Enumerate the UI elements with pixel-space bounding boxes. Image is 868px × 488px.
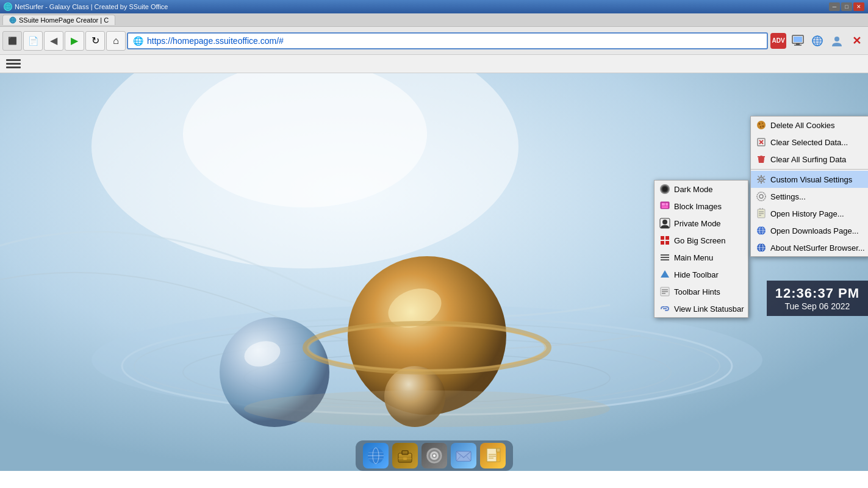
private-mode-item[interactable]: Private Mode [655, 215, 748, 232]
refresh-button[interactable]: ↻ [85, 31, 105, 51]
main-menu-icon [659, 252, 670, 263]
view-link-statusbar-item[interactable]: View Link Statusbar [655, 300, 748, 317]
title-bar-left: NetSurfer - Galaxy Class | Created by SS… [4, 2, 168, 11]
back-button[interactable]: ◀ [44, 31, 63, 51]
dock-item-case[interactable] [392, 443, 418, 468]
block-images-item[interactable]: Block Images [655, 198, 748, 215]
svg-rect-37 [662, 203, 665, 206]
dark-mode-label: Dark Mode [674, 185, 713, 194]
dock-item-doc[interactable] [480, 443, 506, 468]
custom-visual-settings-label: Custom Visual Settings [770, 175, 852, 184]
block-images-label: Block Images [674, 202, 722, 211]
globe-button[interactable] [808, 32, 827, 50]
dock-mail-icon [454, 447, 473, 465]
title-bar-controls: ─ □ ✕ [829, 2, 864, 11]
private-mode-label: Private Mode [674, 219, 721, 228]
custom-visual-settings-icon [756, 174, 767, 185]
taskbar-inner [356, 440, 513, 471]
view-link-statusbar-icon [659, 303, 670, 314]
svg-rect-46 [661, 254, 669, 256]
main-menu-item[interactable]: Main Menu [655, 249, 748, 266]
svg-rect-116 [497, 448, 500, 452]
page-button[interactable]: 📄 [23, 31, 43, 51]
dock-item-globe[interactable] [363, 443, 389, 468]
hamburger-line-3 [6, 66, 21, 68]
adv-icon[interactable]: ADV [770, 33, 786, 49]
toolbar-hints-item[interactable]: Toolbar Hints [655, 283, 748, 300]
dock-item-disc[interactable] [421, 443, 447, 468]
hide-toolbar-item[interactable]: Hide Toolbar [655, 266, 748, 283]
go-big-screen-item[interactable]: Go Big Screen [655, 232, 748, 249]
hamburger-line-1 [6, 59, 21, 61]
svg-line-70 [758, 176, 759, 178]
settings-label: Settings... [770, 192, 806, 201]
private-mode-icon [659, 218, 670, 229]
dock-item-mail[interactable] [451, 443, 476, 468]
hamburger-line-2 [6, 63, 21, 65]
svg-rect-114 [487, 448, 497, 462]
browser-tab[interactable]: SSuite HomePage Creator | C [2, 15, 115, 25]
clear-all-surfing-data-item[interactable]: Clear All Surfing Data [751, 151, 868, 168]
clock-date: Tue Sep 06 2022 [775, 301, 859, 311]
hamburger-menu-button[interactable] [5, 57, 22, 71]
svg-line-71 [764, 182, 765, 183]
svg-rect-47 [661, 257, 669, 258]
address-bar: 🌐 https://homepage.ssuiteoffice.com/# [127, 32, 768, 49]
delete-cookies-item[interactable]: Delete All Cookies [751, 117, 868, 134]
settings-icon [756, 191, 767, 202]
svg-point-32 [244, 390, 610, 427]
svg-point-56 [759, 123, 761, 125]
svg-point-15 [812, 36, 822, 46]
open-downloads-item[interactable]: Open Downloads Page... [751, 222, 868, 239]
stop-button[interactable]: ⬛ [2, 31, 22, 51]
svg-rect-38 [665, 203, 668, 206]
svg-point-16 [834, 37, 839, 41]
svg-marker-49 [661, 270, 669, 278]
settings-item[interactable]: Settings... [751, 188, 868, 205]
svg-point-107 [433, 454, 436, 457]
home-button[interactable]: ⌂ [106, 31, 126, 51]
main-menu-label: Main Menu [674, 253, 713, 262]
browser-content: Dark Mode Block Images Priv [0, 73, 868, 471]
globe-icon [811, 34, 824, 48]
open-history-label: Open History Page... [770, 209, 844, 218]
clock-time: 12:36:37 PM [775, 285, 859, 301]
about-netsurfer-icon [756, 242, 767, 253]
dock-case-icon [396, 447, 414, 465]
svg-rect-39 [662, 206, 668, 208]
monitor-icon [791, 34, 805, 48]
svg-rect-113 [456, 451, 471, 461]
close-tab-button[interactable]: ✕ [847, 32, 866, 50]
svg-rect-102 [403, 458, 407, 460]
menu-bar [0, 55, 868, 73]
about-netsurfer-item[interactable]: About NetSurfer Browser... [751, 239, 868, 256]
open-history-item[interactable]: Open History Page... [751, 205, 868, 222]
taskbar [0, 440, 868, 471]
about-netsurfer-label: About NetSurfer Browser... [770, 243, 865, 253]
clear-selected-data-item[interactable]: Clear Selected Data... [751, 134, 868, 151]
dock-disc-icon [425, 447, 443, 465]
maximize-button[interactable]: □ [841, 2, 852, 11]
toolbar-hints-label: Toolbar Hints [674, 287, 720, 296]
right-context-menu: Delete All Cookies Clear Selected Data..… [750, 116, 868, 257]
clear-selected-data-label: Clear Selected Data... [770, 138, 848, 147]
svg-point-69 [761, 179, 762, 181]
view-link-statusbar-label: View Link Statusbar [674, 304, 744, 314]
custom-visual-settings-item[interactable]: Custom Visual Settings [751, 171, 868, 188]
left-context-menu: Dark Mode Block Images Priv [654, 180, 748, 318]
monitor-button[interactable] [789, 32, 807, 50]
svg-rect-45 [665, 241, 669, 245]
svg-rect-9 [794, 37, 802, 42]
close-tab-icon: ✕ [852, 34, 861, 48]
adv-button[interactable]: ADV [769, 32, 787, 50]
open-downloads-label: Open Downloads Page... [770, 226, 859, 235]
dark-mode-item[interactable]: Dark Mode [655, 181, 748, 198]
svg-point-57 [762, 123, 763, 124]
forward-button[interactable]: ▶ [65, 31, 84, 51]
close-window-button[interactable]: ✕ [853, 2, 864, 11]
minimize-button[interactable]: ─ [829, 2, 840, 11]
svg-rect-44 [661, 241, 664, 245]
user-button[interactable] [828, 32, 846, 50]
go-big-screen-icon [659, 235, 670, 246]
svg-point-59 [762, 126, 764, 127]
